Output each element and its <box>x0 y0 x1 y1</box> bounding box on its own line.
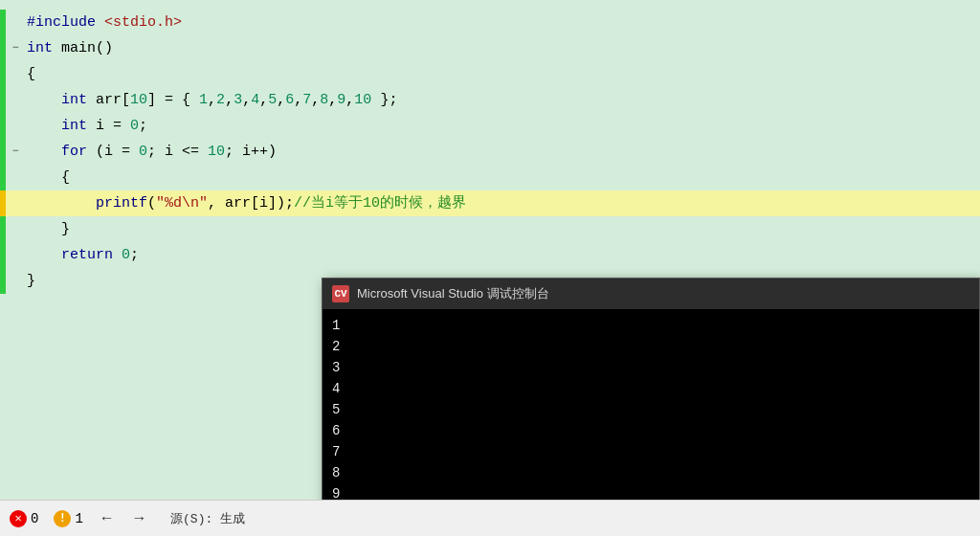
console-line: 1 <box>332 315 969 336</box>
code-line-2: −int main() <box>0 35 980 61</box>
line-bar-8 <box>0 190 6 216</box>
code-content-1: #include <stdio.h> <box>23 10 182 35</box>
console-icon: CV <box>332 285 349 302</box>
line-bar-10 <box>0 242 6 268</box>
code-line-4: int arr[10] = { 1,2,3,4,5,6,7,8,9,10 }; <box>0 87 980 113</box>
line-bar-6 <box>0 139 6 165</box>
editor-area: #include <stdio.h>−int main(){ int arr[1… <box>0 0 980 500</box>
code-editor: #include <stdio.h>−int main(){ int arr[1… <box>0 10 980 294</box>
fold-marker-2[interactable]: − <box>8 35 23 61</box>
console-line: 9 <box>332 483 969 500</box>
code-content-2: int main() <box>23 35 113 61</box>
line-bar-2 <box>0 35 6 61</box>
main-container: #include <stdio.h>−int main(){ int arr[1… <box>0 0 980 536</box>
code-line-9: } <box>0 216 980 242</box>
nav-back-button[interactable]: ← <box>99 508 116 529</box>
console-overlay[interactable]: CV Microsoft Visual Studio 调试控制台 1234567… <box>322 278 980 500</box>
code-line-10: return 0; <box>0 242 980 268</box>
console-body: 12345678910-858993460 <box>323 309 979 500</box>
code-line-5: int i = 0; <box>0 113 980 139</box>
error-number: 0 <box>31 511 38 526</box>
line-bar-11 <box>0 268 6 294</box>
console-line: 7 <box>332 441 969 462</box>
line-bar-9 <box>0 216 6 242</box>
code-content-10: return 0; <box>23 242 139 268</box>
error-icon: ✕ <box>10 510 27 527</box>
code-line-8: printf("%d\n", arr[i]);//当i等于10的时候，越界 <box>0 190 980 216</box>
code-line-3: { <box>0 61 980 87</box>
source-label: 源(S): 生成 <box>170 510 245 527</box>
console-line: 5 <box>332 399 969 420</box>
code-content-11: } <box>23 268 35 294</box>
line-bar-7 <box>0 165 6 190</box>
console-line: 2 <box>332 336 969 357</box>
status-bar: ✕ 0 ! 1 ← → 源(S): 生成 <box>0 500 980 536</box>
console-title: Microsoft Visual Studio 调试控制台 <box>357 285 549 302</box>
warning-number: 1 <box>75 511 82 526</box>
fold-marker-6[interactable]: − <box>8 139 23 165</box>
line-bar-1 <box>0 10 6 35</box>
console-line: 8 <box>332 462 969 483</box>
error-count: ✕ 0 <box>10 510 38 527</box>
code-content-4: int arr[10] = { 1,2,3,4,5,6,7,8,9,10 }; <box>23 87 397 113</box>
nav-forward-button[interactable]: → <box>130 508 147 529</box>
code-content-6: for (i = 0; i <= 10; i++) <box>23 139 277 165</box>
code-content-5: int i = 0; <box>23 113 147 139</box>
line-bar-3 <box>0 61 6 87</box>
console-line: 6 <box>332 420 969 441</box>
warning-count: ! 1 <box>54 510 82 527</box>
code-line-6: − for (i = 0; i <= 10; i++) <box>0 139 980 165</box>
console-line: 4 <box>332 378 969 399</box>
code-line-1: #include <stdio.h> <box>0 10 980 35</box>
line-bar-4 <box>0 87 6 113</box>
console-title-bar: CV Microsoft Visual Studio 调试控制台 <box>323 279 979 309</box>
console-line: 3 <box>332 357 969 378</box>
code-content-3: { <box>23 61 35 87</box>
warning-icon: ! <box>54 510 71 527</box>
code-content-9: } <box>23 216 70 242</box>
code-content-8: printf("%d\n", arr[i]);//当i等于10的时候，越界 <box>23 190 466 216</box>
code-line-7: { <box>0 165 980 190</box>
code-content-7: { <box>23 165 70 190</box>
line-bar-5 <box>0 113 6 139</box>
